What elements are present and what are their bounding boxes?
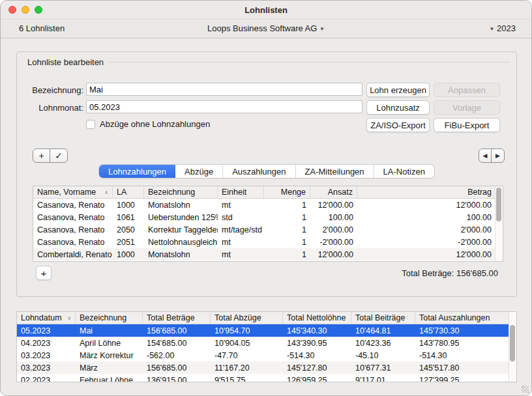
window-title: Lohnlisten — [244, 5, 288, 15]
column-header-la[interactable]: LA — [113, 186, 144, 198]
resize-grip-icon[interactable] — [522, 386, 529, 393]
lohnzahlung-row[interactable]: Casanova, Renato2051Nettolohnausgleichmt… — [33, 236, 503, 248]
column-header-total-nettol-hne[interactable]: Total Nettolöhne — [283, 312, 351, 324]
lohnzusatz-button[interactable]: Lohnzusatz — [366, 100, 430, 115]
column-header-name-vorname[interactable]: Name, Vorname∧ — [33, 186, 113, 198]
column-header-ansatz[interactable]: Ansatz — [310, 186, 357, 198]
column-header-einheit[interactable]: Einheit — [218, 186, 264, 198]
sort-ascending-icon: ∧ — [102, 190, 108, 195]
abzuege-checkbox-label: Abzüge ohne Lohnzahlungen — [100, 119, 210, 129]
bezeichnung-label: Bezeichnung: — [18, 85, 83, 95]
table-header-row: Name, Vorname∧LABezeichnungEinheitMengeA… — [33, 186, 503, 199]
detail-table-scrollbar[interactable] — [495, 186, 503, 261]
year-selector[interactable]: ▼ 2023 — [490, 23, 516, 33]
lohnmonat-label: Lohnmonat: — [18, 103, 83, 113]
list-table-scrollbar[interactable] — [509, 312, 516, 382]
za-iso-export-button[interactable]: ZA/ISO-Export — [366, 118, 430, 132]
lohnliste-row[interactable]: 02.2023Februar Löhne136'915.009'515.7512… — [17, 374, 516, 382]
lohnzahlungen-table: Name, Vorname∧LABezeichnungEinheitMengeA… — [33, 186, 503, 262]
column-header-bezeichnung[interactable]: Bezeichnung — [144, 186, 218, 198]
add-lohnliste-button[interactable]: + — [33, 149, 50, 162]
lohnmonat-field[interactable] — [86, 100, 362, 113]
list-scrollbar-thumb[interactable] — [510, 325, 515, 361]
record-nav-segment: ◀ ▶ — [479, 148, 505, 163]
zoom-button[interactable] — [35, 6, 42, 14]
previous-record-button[interactable]: ◀ — [479, 149, 492, 162]
total-betraege: Total Beträge: 156'685.00 — [402, 268, 498, 278]
column-header-menge[interactable]: Menge — [264, 186, 310, 198]
lohnliste-row[interactable]: 05.2023Mai156'685.0010'954.70145'340.301… — [17, 324, 516, 337]
vorlage-button[interactable]: Vorlage — [434, 100, 500, 115]
add-confirm-segment: + ✓ — [33, 148, 68, 163]
anpassen-button[interactable]: Anpassen — [434, 83, 500, 97]
bezeichnung-field[interactable] — [86, 83, 362, 96]
lohnzahlung-row[interactable]: Combertaldi, Renato1000Monatslohnmt112'0… — [33, 248, 503, 261]
detail-scrollbar-thumb[interactable] — [496, 188, 501, 221]
total-betraege-label: Total Beträge: — [402, 268, 454, 278]
app-window: Lohnlisten 6 Lohnlisten Loops Business S… — [0, 0, 532, 396]
company-selector[interactable]: Loops Business Software AG ▼ — [1, 23, 531, 33]
lohnzahlung-row[interactable]: Casanova, Renato1000Monatslohnmt112'000.… — [33, 199, 503, 211]
year-dropdown-icon: ▼ — [490, 26, 495, 32]
tab-za-mitteilungen[interactable]: ZA-Mitteilungen — [296, 165, 374, 178]
lohnliste-row[interactable]: 03.2023März Korrektur-562.00-47.70-514.3… — [17, 349, 516, 361]
group-title-rule — [109, 62, 510, 63]
tab-abz-ge[interactable]: Abzüge — [175, 165, 223, 178]
fibu-export-button[interactable]: FiBu-Export — [434, 118, 500, 132]
tab-la-notizen[interactable]: LA-Notizen — [374, 165, 434, 178]
group-title: Lohnliste bearbeiten — [27, 57, 104, 67]
next-record-button[interactable]: ▶ — [492, 149, 504, 162]
table-header-row: Lohndatum∨BezeichnungTotal BeträgeTotal … — [17, 312, 516, 324]
tab-strip: LohnzahlungenAbzügeAuszahlungenZA-Mittei… — [17, 164, 516, 178]
lohn-erzeugen-button[interactable]: Lohn erzeugen — [366, 83, 430, 97]
toolbar: 6 Lohnlisten Loops Business Software AG … — [1, 20, 531, 38]
close-button[interactable] — [8, 6, 16, 14]
column-header-total-abz-ge[interactable]: Total Abzüge — [211, 312, 283, 324]
lohnliste-row[interactable]: 03.2023März156'685.0011'167.20145'127.80… — [17, 361, 516, 374]
abzuege-ohne-lohnzahlungen-checkbox[interactable] — [86, 120, 95, 129]
lohnliste-row[interactable]: 04.2023April Löhne154'685.0010'904.05143… — [17, 337, 516, 349]
lohnzahlung-row[interactable]: Casanova, Renato2050Korrektur Taggelderm… — [33, 223, 503, 236]
column-header-total-auszahlungen[interactable]: Total Auszahlungen — [415, 312, 509, 324]
company-dropdown-icon: ▼ — [319, 26, 325, 32]
titlebar: Lohnlisten — [1, 1, 531, 20]
column-header-bezeichnung[interactable]: Bezeichnung — [76, 312, 143, 324]
tab-lohnzahlungen[interactable]: Lohnzahlungen — [99, 165, 175, 178]
total-betraege-value: 156'685.00 — [456, 268, 498, 278]
column-header-betrag[interactable]: Betrag — [357, 186, 495, 198]
minimize-button[interactable] — [22, 6, 29, 14]
traffic-lights — [8, 6, 42, 14]
add-lohnzahlung-button[interactable]: + — [36, 266, 52, 280]
lohnzahlung-row[interactable]: Casanova, Renato1061Ueberstunden 125%std… — [33, 211, 503, 223]
column-header-total-betr-ge[interactable]: Total Beträge — [143, 312, 211, 324]
confirm-button[interactable]: ✓ — [50, 149, 67, 162]
lohnliste-bearbeiten-groupbox: Lohnliste bearbeiten Bezeichnung: Lohnmo… — [16, 51, 517, 297]
column-header-lohndatum[interactable]: Lohndatum∨ — [17, 312, 76, 324]
lohnlisten-table: Lohndatum∨BezeichnungTotal BeträgeTotal … — [16, 311, 517, 382]
sort-descending-icon: ∨ — [65, 315, 71, 321]
tab-auszahlungen[interactable]: Auszahlungen — [223, 165, 295, 178]
column-header-total-beitr-ge[interactable]: Total Beiträge — [351, 312, 415, 324]
